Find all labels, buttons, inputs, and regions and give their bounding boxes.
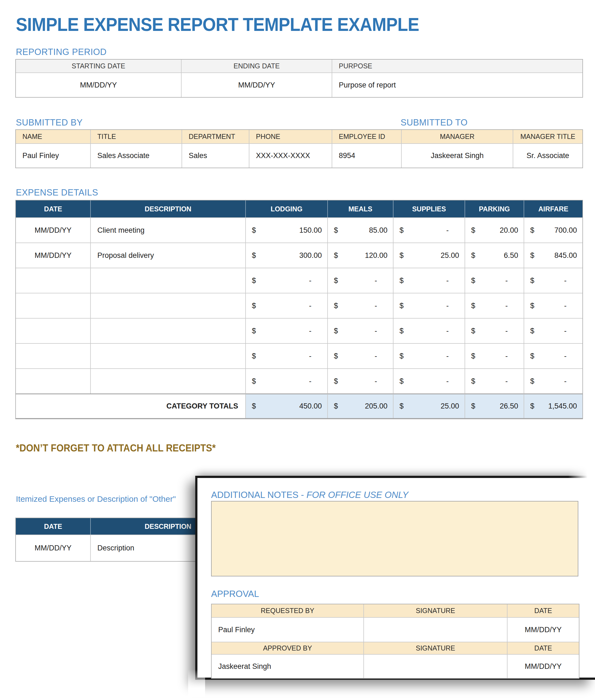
expense-lodging: $- xyxy=(245,318,327,343)
phone-value: XXX-XXX-XXXX xyxy=(249,143,332,168)
header-cell-ending-date: ENDING DATE xyxy=(181,60,332,73)
currency-symbol: $ xyxy=(334,327,338,335)
expense-description xyxy=(90,293,245,318)
expense-meals: $120.00 xyxy=(327,243,393,268)
currency-symbol: $ xyxy=(252,302,256,310)
header-cell-meals: MEALS xyxy=(327,200,393,217)
manager-value: Jaskeerat Singh xyxy=(401,143,513,168)
currency-symbol: $ xyxy=(334,251,338,260)
expense-meals: $- xyxy=(327,293,393,318)
currency-symbol: $ xyxy=(471,352,475,360)
expense-meals: $85.00 xyxy=(327,217,393,243)
expense-airfare: $- xyxy=(523,368,583,393)
receipts-reminder: *DON’T FORGET TO ATTACH ALL RECEIPTS* xyxy=(16,442,216,454)
expense-parking: $- xyxy=(464,318,523,343)
expense-supplies: $- xyxy=(393,318,464,343)
currency-symbol: $ xyxy=(471,402,475,411)
expense-details-heading: EXPENSE DETAILS xyxy=(16,187,98,198)
panel-border-fade-top-right xyxy=(568,466,595,483)
currency-symbol: $ xyxy=(399,226,404,234)
itemized-expenses-caption: Itemized Expenses or Description of "Oth… xyxy=(16,494,176,504)
expense-description: Client meeting xyxy=(90,217,245,243)
expense-lodging: $- xyxy=(245,368,327,393)
header-cell-manager: MANAGER xyxy=(401,130,513,143)
approved-date-value: MM/DD/YY xyxy=(507,654,579,678)
expense-supplies: $- xyxy=(393,217,464,243)
expense-supplies: $25.00 xyxy=(393,243,464,268)
expense-lodging: $- xyxy=(245,268,327,293)
header-cell-airfare: AIRFARE xyxy=(523,200,583,217)
currency-symbol: $ xyxy=(252,377,256,386)
currency-symbol: $ xyxy=(530,377,534,386)
currency-symbol: $ xyxy=(252,402,256,411)
currency-symbol: $ xyxy=(399,377,404,386)
requested-date-value: MM/DD/YY xyxy=(507,617,579,642)
header-cell-manager-title: MANAGER TITLE xyxy=(513,130,583,143)
expense-airfare: $845.00 xyxy=(523,243,583,268)
header-cell-purpose: PURPOSE xyxy=(332,60,583,73)
total-supplies: $25.00 xyxy=(393,393,464,418)
total-meals: $205.00 xyxy=(327,393,393,418)
header-cell-approved-by: APPROVED BY xyxy=(211,642,363,654)
department-value: Sales xyxy=(181,143,249,168)
expense-airfare: $- xyxy=(523,268,583,293)
requested-by-name: Paul Finley xyxy=(211,617,363,642)
submitted-table: NAME TITLE DEPARTMENT PHONE EMPLOYEE ID … xyxy=(15,129,583,168)
expense-supplies: $- xyxy=(393,368,464,393)
header-cell-department: DEPARTMENT xyxy=(181,130,249,143)
reporting-period-table: STARTING DATE ENDING DATE PURPOSE MM/DD/… xyxy=(15,59,583,97)
expense-parking: $- xyxy=(464,343,523,368)
expense-details-table: DATE DESCRIPTION LODGING MEALS SUPPLIES … xyxy=(15,200,583,419)
currency-symbol: $ xyxy=(334,226,338,234)
expense-description: Proposal delivery xyxy=(90,243,245,268)
requested-signature-cell xyxy=(363,617,507,642)
currency-symbol: $ xyxy=(334,377,338,386)
header-cell-date: DATE xyxy=(16,518,90,535)
category-totals-label: CATEGORY TOTALS xyxy=(16,393,245,418)
header-cell-signature: SIGNATURE xyxy=(363,604,507,617)
approved-signature-cell xyxy=(363,654,507,678)
header-cell-date: DATE xyxy=(507,604,579,617)
additional-notes-box xyxy=(211,501,578,577)
expense-parking: $- xyxy=(464,268,523,293)
header-cell-starting-date: STARTING DATE xyxy=(16,60,181,73)
for-office-use-only-label: FOR OFFICE USE ONLY xyxy=(307,489,408,500)
currency-symbol: $ xyxy=(334,402,338,411)
expense-airfare: $- xyxy=(523,293,583,318)
currency-symbol: $ xyxy=(530,251,534,260)
expense-date xyxy=(16,343,90,368)
expense-lodging: $- xyxy=(245,343,327,368)
header-cell-requested-by: REQUESTED BY xyxy=(211,604,363,617)
currency-symbol: $ xyxy=(471,226,475,234)
header-cell-name: NAME xyxy=(16,130,90,143)
currency-symbol: $ xyxy=(334,302,338,310)
expense-airfare: $- xyxy=(523,343,583,368)
expense-date xyxy=(16,318,90,343)
expense-airfare: $- xyxy=(523,318,583,343)
submitted-to-heading: SUBMITTED TO xyxy=(401,117,468,128)
expense-meals: $- xyxy=(327,368,393,393)
currency-symbol: $ xyxy=(399,302,404,310)
currency-symbol: $ xyxy=(471,327,475,335)
submitted-by-heading: SUBMITTED BY xyxy=(16,117,83,128)
expense-airfare: $700.00 xyxy=(523,217,583,243)
ending-date-value: MM/DD/YY xyxy=(181,73,332,97)
expense-description xyxy=(90,268,245,293)
employee-id-value: 8954 xyxy=(332,143,401,168)
total-parking: $26.50 xyxy=(464,393,523,418)
header-cell-date: DATE xyxy=(16,200,90,217)
currency-symbol: $ xyxy=(530,226,534,234)
header-cell-supplies: SUPPLIES xyxy=(393,200,464,217)
currency-symbol: $ xyxy=(399,276,404,285)
currency-symbol: $ xyxy=(530,302,534,310)
currency-symbol: $ xyxy=(252,251,256,260)
header-cell-employee-id: EMPLOYEE ID xyxy=(332,130,401,143)
title-value: Sales Associate xyxy=(90,143,181,168)
header-cell-signature: SIGNATURE xyxy=(363,642,507,654)
currency-symbol: $ xyxy=(252,352,256,360)
approval-table: REQUESTED BY SIGNATURE DATE Paul Finley … xyxy=(211,604,579,679)
additional-notes-heading: ADDITIONAL NOTES - FOR OFFICE USE ONLY xyxy=(211,489,408,500)
expense-parking: $- xyxy=(464,293,523,318)
expense-date xyxy=(16,368,90,393)
name-value: Paul Finley xyxy=(16,143,90,168)
